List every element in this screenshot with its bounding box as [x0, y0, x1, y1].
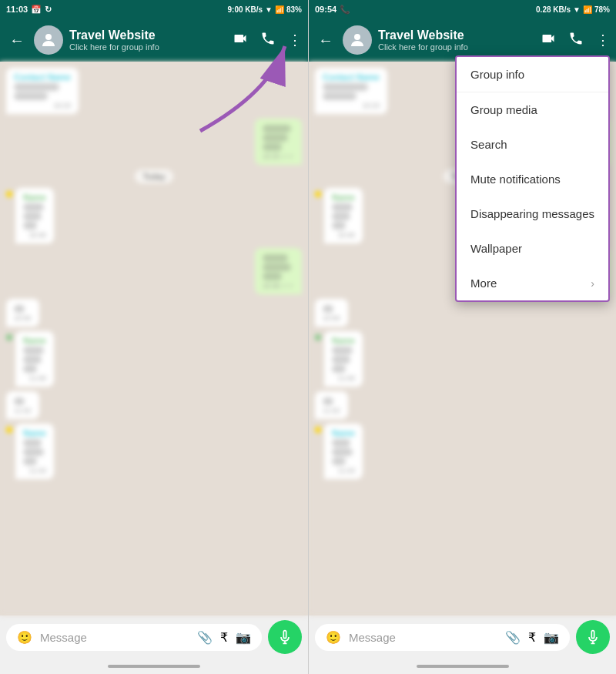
chat-area-left: Contact Name 10:23 10:25 ✓✓ Today Name 1…: [0, 62, 308, 615]
contact-name-right: Travel Website: [378, 29, 534, 42]
message-input-wrapper-right[interactable]: 🙂 Message 📎 ₹ 📷: [315, 624, 570, 651]
back-button-right[interactable]: ←: [315, 29, 336, 52]
video-call-icon-right[interactable]: [541, 31, 556, 50]
mic-button-right[interactable]: [576, 620, 610, 654]
emoji-icon-right[interactable]: 🙂: [326, 630, 341, 645]
group-media-label: Group media: [470, 103, 537, 116]
phone-active-icon: 📞: [340, 5, 350, 15]
dropdown-item-search[interactable]: Search: [457, 127, 608, 162]
more-options-icon-right[interactable]: ⋮: [596, 32, 610, 49]
battery-left: 83%: [286, 5, 302, 14]
status-bar-time-left: 11:03 📅 ↻: [6, 5, 52, 15]
contact-name-left: Travel Website: [69, 29, 226, 42]
camera-icon-left[interactable]: 📷: [236, 630, 251, 645]
wifi-icon-left: ▼: [265, 5, 273, 14]
svg-point-0: [45, 34, 52, 40]
rupee-icon-right[interactable]: ₹: [528, 630, 536, 645]
data-icon-right: 0.28 KB/s: [536, 5, 571, 14]
refresh-icon: ↻: [45, 5, 52, 15]
bubble-received-r1: Contact Name 10:23: [315, 68, 387, 114]
more-options-icon-left[interactable]: ⋮: [288, 32, 302, 49]
more-chevron-icon: ›: [591, 277, 594, 290]
right-phone-panel: 09:54 📞 0.28 KB/s ▼ 📶 78% ← Travel Websi…: [308, 0, 616, 674]
battery-right: 78%: [594, 5, 610, 14]
time-left: 11:03: [6, 5, 28, 14]
header-icons-left: ⋮: [233, 31, 302, 50]
status-bar-right-right: 0.28 KB/s ▼ 📶 78%: [536, 5, 610, 14]
bubble-received-r6: Name 11:03: [324, 424, 363, 479]
contact-status-right: Click here for group info: [378, 42, 534, 52]
home-indicator-left: [0, 659, 308, 674]
search-label: Search: [470, 138, 507, 151]
dropdown-menu: Group info Group media Search Mute notif…: [455, 55, 610, 302]
signal-icon-right: 📶: [583, 5, 592, 14]
dropdown-item-more[interactable]: More ›: [457, 266, 608, 300]
bubble-received-1: Contact Name 10:23: [6, 68, 79, 114]
avatar-right: [343, 25, 372, 55]
dropdown-item-wallpaper[interactable]: Wallpaper: [457, 231, 608, 266]
back-button-left[interactable]: ←: [6, 29, 28, 52]
bubble-sent-1: 10:25 ✓✓: [255, 119, 302, 165]
message-bar-left: 🙂 Message 📎 ₹ 📷: [0, 615, 308, 659]
message-placeholder-left: Message: [40, 631, 189, 644]
date-separator-1: Today: [135, 169, 172, 183]
more-label: More: [470, 277, 497, 290]
group-info-label: Group info: [470, 68, 524, 81]
bubble-sent-2: 10:46 ✓✓: [255, 248, 302, 294]
camera-icon-right[interactable]: 📷: [544, 630, 559, 645]
signal-icon-left: 📶: [275, 5, 284, 14]
mute-label: Mute notifications: [470, 173, 561, 186]
bubble-received-3: 10:50: [6, 299, 39, 327]
header-left: ← Travel Website Click here for group in…: [0, 18, 308, 62]
bubble-received-5: 11:02: [6, 391, 39, 419]
video-call-icon-left[interactable]: [233, 31, 248, 50]
bubble-received-6: Name 11:03: [15, 424, 54, 479]
phone-call-icon-right[interactable]: [568, 31, 584, 50]
calendar-icon: 📅: [31, 5, 42, 15]
time-right: 09:54: [315, 5, 336, 14]
bubble-received-2: Name 10:45: [15, 188, 54, 243]
status-bar-right-left: 9:00 KB/s ▼ 📶 83%: [228, 5, 303, 14]
contact-status-left: Click here for group info: [69, 42, 226, 52]
header-icons-right: ⋮: [541, 31, 610, 50]
home-indicator-right: [309, 659, 616, 674]
wifi-icon-right: ▼: [573, 5, 581, 14]
bubble-received-r3: 10:50: [315, 299, 348, 327]
rupee-icon-left[interactable]: ₹: [220, 630, 228, 645]
message-placeholder-right: Message: [349, 631, 497, 644]
attachment-icon-left[interactable]: 📎: [197, 630, 213, 645]
contact-info-right: Travel Website Click here for group info: [378, 29, 534, 52]
message-bar-right: 🙂 Message 📎 ₹ 📷: [309, 615, 616, 659]
home-bar-left: [108, 665, 200, 668]
dropdown-item-disappearing[interactable]: Disappearing messages: [457, 196, 608, 231]
attachment-icon-right[interactable]: 📎: [505, 630, 521, 645]
phone-call-icon-left[interactable]: [260, 31, 276, 50]
contact-info-left: Travel Website Click here for group info: [69, 29, 226, 52]
disappearing-label: Disappearing messages: [470, 207, 594, 220]
bubble-received-r4: Name 11:00: [324, 331, 363, 387]
bubble-received-4: Name 11:00: [15, 331, 54, 387]
status-bar-time-right: 09:54 📞: [315, 5, 350, 15]
status-bar-left: 11:03 📅 ↻ 9:00 KB/s ▼ 📶 83%: [0, 0, 308, 18]
left-phone-panel: 11:03 📅 ↻ 9:00 KB/s ▼ 📶 83% ← Travel Web…: [0, 0, 308, 674]
status-bar-right: 09:54 📞 0.28 KB/s ▼ 📶 78%: [309, 0, 616, 18]
home-bar-right: [417, 665, 509, 668]
svg-point-2: [354, 34, 360, 40]
bubble-received-r2: Name 10:45: [324, 188, 363, 243]
mic-button-left[interactable]: [268, 620, 302, 654]
dropdown-item-group-media[interactable]: Group media: [457, 92, 608, 127]
wallpaper-label: Wallpaper: [470, 242, 522, 255]
dropdown-item-group-info[interactable]: Group info: [457, 57, 608, 92]
avatar-left: [34, 25, 63, 55]
message-input-wrapper-left[interactable]: 🙂 Message 📎 ₹ 📷: [6, 624, 262, 651]
bubble-received-r5: 11:02: [315, 391, 348, 419]
data-icon-left: 9:00 KB/s: [228, 5, 263, 14]
emoji-icon-left[interactable]: 🙂: [17, 630, 32, 645]
dropdown-item-mute[interactable]: Mute notifications: [457, 162, 608, 196]
